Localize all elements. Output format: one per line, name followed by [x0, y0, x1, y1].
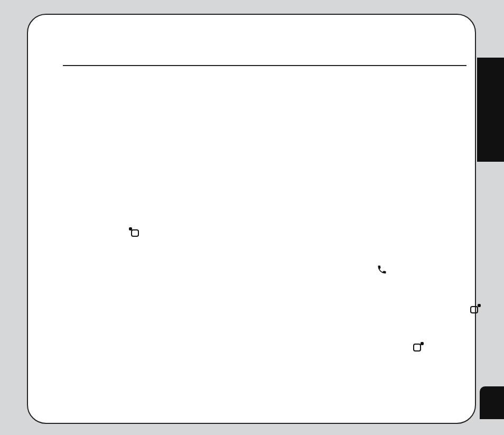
notification-square-icon: [129, 227, 139, 237]
side-tab-dark-bottom: [480, 386, 504, 419]
document-page: [27, 14, 476, 424]
notification-square-icon: [470, 304, 481, 313]
phone-icon: [377, 264, 387, 275]
horizontal-rule: [63, 65, 466, 66]
notification-square-icon: [413, 342, 424, 351]
side-tab-dark: [477, 58, 504, 162]
